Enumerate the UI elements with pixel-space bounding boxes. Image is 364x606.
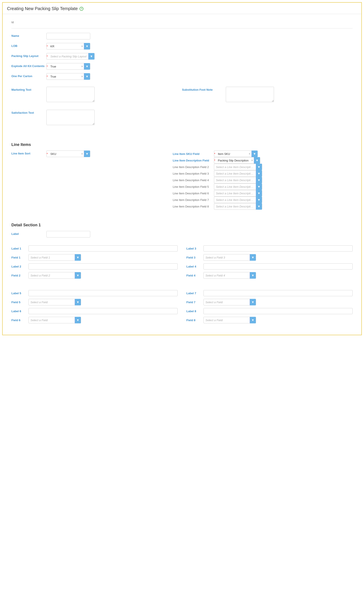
skuf-dropdown-btn[interactable]: ▼ <box>251 150 258 157</box>
desc-field-5-row: Line Item Description Field 5 Select a L… <box>173 183 353 190</box>
explode-kit-dropdown-btn[interactable]: ▼ <box>84 63 90 70</box>
df5-dropdown-btn[interactable]: ▼ <box>256 183 262 190</box>
line-item-sort-select: * SKU × ▼ <box>46 150 90 157</box>
df6-dropdown-btn[interactable]: ▼ <box>256 190 262 197</box>
field7-row: Field 7 Select a Field ▼ <box>186 299 353 305</box>
desc-field-5-label: Line Item Description Field 5 <box>173 185 212 188</box>
field3-select: Select a Field 3 ▼ <box>204 254 256 261</box>
one-per-carton-select: * True × ▼ <box>46 73 90 80</box>
help-icon[interactable]: ? <box>79 7 83 11</box>
label1-row: Label 1 <box>11 245 178 251</box>
marketing-text-col: Marketing Text <box>11 87 182 106</box>
detail-right-col: Label 3 Field 3 Select a Field 3 ▼ Label <box>186 245 353 281</box>
psl-dropdown-arrow: ▼ <box>90 54 93 58</box>
df3-dropdown-btn[interactable]: ▼ <box>256 170 262 177</box>
detail-fields-grid-2: Label 5 Field 5 Select a Field ▼ Label 6 <box>11 290 353 326</box>
detail-label-input[interactable] <box>46 231 90 237</box>
detail-left-col-2: Label 5 Field 5 Select a Field ▼ Label 6 <box>11 290 178 326</box>
opc-clear[interactable]: × <box>80 75 84 78</box>
packing-slip-layout-row: Packing Slip Layout * Select a Packing S… <box>11 53 353 60</box>
line-items-cols: Line Item Sort * SKU × ▼ <box>11 150 353 210</box>
line-item-right-col: Line Item SKU Field * Item SKU × ▼ Line … <box>169 150 353 210</box>
psl-placeholder: Select a Packing Slip Layout <box>49 54 88 59</box>
df5-placeholder: Select a Line Item Descriptio... <box>214 184 256 189</box>
field7-dropdown-btn[interactable]: ▼ <box>250 299 256 305</box>
field7-placeholder: Select a Field <box>204 300 250 305</box>
field4-label: Field 4 <box>186 274 202 277</box>
detail-label-row: Label <box>11 231 353 237</box>
field3-row: Field 3 Select a Field 3 ▼ <box>186 254 353 261</box>
field4-dropdown-btn[interactable]: ▼ <box>250 272 256 279</box>
lob-select-wrapper: * KR × ▼ <box>46 43 90 50</box>
marketing-text-input[interactable] <box>46 87 95 102</box>
explode-kit-select: * True × ▼ <box>46 63 90 70</box>
field5-dropdown-btn[interactable]: ▼ <box>75 299 81 305</box>
lob-dropdown-btn[interactable]: ▼ <box>84 43 90 50</box>
df7-dropdown-btn[interactable]: ▼ <box>256 197 262 203</box>
df8-placeholder: Select a Line Item Descriptio... <box>214 204 256 209</box>
field8-placeholder: Select a Field <box>204 318 250 323</box>
field3-dropdown-btn[interactable]: ▼ <box>250 254 256 261</box>
marketing-text-row: Marketing Text <box>11 87 182 103</box>
df1-dropdown-arrow: ▼ <box>256 159 259 162</box>
name-input[interactable] <box>46 33 90 40</box>
label3-input[interactable] <box>204 245 353 251</box>
label6-input[interactable] <box>28 308 178 314</box>
label2-input[interactable] <box>28 263 178 269</box>
field8-label: Field 8 <box>186 318 202 322</box>
desc-field-3-select: Select a Line Item Descriptio... ▼ <box>214 170 262 177</box>
df8-dropdown-btn[interactable]: ▼ <box>256 203 262 210</box>
field3-label: Field 3 <box>186 256 202 259</box>
skuf-clear[interactable]: × <box>248 152 251 156</box>
explode-kit-label: Explode All Kit Contents <box>11 63 46 68</box>
explode-kit-value: True <box>49 64 80 69</box>
packing-slip-layout-select: * Select a Packing Slip Layout ▼ <box>46 53 95 60</box>
lob-clear-btn[interactable]: × <box>80 44 84 48</box>
lob-value: KR <box>49 44 80 49</box>
label8-input[interactable] <box>204 308 353 314</box>
field2-dropdown-btn[interactable]: ▼ <box>75 272 81 279</box>
df6-dropdown-arrow: ▼ <box>257 191 260 195</box>
label4-label: Label 4 <box>186 265 202 268</box>
df4-dropdown-btn[interactable]: ▼ <box>256 177 262 183</box>
label7-row: Label 7 <box>186 290 353 296</box>
field8-dropdown-btn[interactable]: ▼ <box>250 317 256 323</box>
lis-clear[interactable]: × <box>80 152 84 156</box>
opc-dropdown-btn[interactable]: ▼ <box>84 73 90 80</box>
field8-row: Field 8 Select a Field ▼ <box>186 317 353 323</box>
df1-clear[interactable]: × <box>250 159 254 162</box>
label3-label: Label 3 <box>186 247 202 250</box>
lis-dropdown-btn[interactable]: ▼ <box>84 150 90 157</box>
detail-label-content <box>46 231 353 237</box>
label7-input[interactable] <box>204 290 353 296</box>
field6-dropdown-btn[interactable]: ▼ <box>75 317 81 323</box>
satisfaction-text-input[interactable] <box>46 110 95 125</box>
explode-kit-clear[interactable]: × <box>80 65 84 68</box>
psl-dropdown-btn[interactable]: ▼ <box>88 53 94 60</box>
df1-dropdown-btn[interactable]: ▼ <box>254 157 260 164</box>
desc-field-8-select: Select a Line Item Descriptio... ▼ <box>214 203 262 210</box>
field1-dropdown-btn[interactable]: ▼ <box>75 254 81 261</box>
field5-select: Select a Field ▼ <box>28 299 81 305</box>
detail-fields-grid: Label 1 Field 1 Select a Field 1 ▼ Label <box>11 245 353 281</box>
label1-input[interactable] <box>28 245 178 251</box>
page-container: Creating New Packing Slip Template ? Id … <box>2 2 362 335</box>
field5-row: Field 5 Select a Field ▼ <box>11 299 178 305</box>
label5-label: Label 5 <box>11 292 27 295</box>
label5-input[interactable] <box>28 290 178 296</box>
field1-select: Select a Field 1 ▼ <box>28 254 81 261</box>
substitution-fn-content <box>226 87 353 103</box>
field6-dropdown-arrow: ▼ <box>77 318 79 322</box>
field8-dropdown-arrow: ▼ <box>251 318 255 322</box>
df2-dropdown-btn[interactable]: ▼ <box>256 164 262 170</box>
field3-placeholder: Select a Field 3 <box>204 255 250 260</box>
label4-input[interactable] <box>204 263 353 269</box>
substitution-fn-input[interactable] <box>226 87 274 102</box>
desc-field-3-label: Line Item Description Field 3 <box>173 172 212 175</box>
field5-label: Field 5 <box>11 301 27 304</box>
sku-field-value: Item SKU <box>216 151 248 157</box>
detail-right-col-2: Label 7 Field 7 Select a Field ▼ Label 8 <box>186 290 353 326</box>
field8-select: Select a Field ▼ <box>204 317 256 323</box>
id-row: Id <box>11 18 353 24</box>
field5-placeholder: Select a Field <box>29 300 75 305</box>
